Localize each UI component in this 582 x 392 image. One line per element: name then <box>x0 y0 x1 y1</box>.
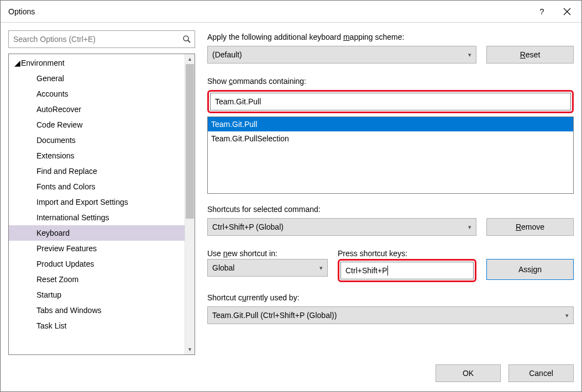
scroll-up-icon[interactable]: ▲ <box>185 54 195 64</box>
shortcuts-label: Shortcuts for selected command: <box>207 205 574 214</box>
input-value: Ctrl+Shift+P <box>345 266 387 275</box>
press-shortcut-input[interactable]: Ctrl+Shift+P <box>340 262 474 279</box>
tree-item-label: Product Updates <box>36 259 94 268</box>
currently-used-by-label: Shortcut currently used by: <box>207 293 574 302</box>
left-pane: ◢ Environment General Accounts AutoRecov… <box>8 30 195 355</box>
dropdown-value: Global <box>212 263 234 272</box>
close-button[interactable] <box>554 2 579 22</box>
titlebar-buttons: ? <box>529 2 579 22</box>
tree-item-previewfeatures[interactable]: Preview Features <box>9 241 185 256</box>
tree-item-importexport[interactable]: Import and Export Settings <box>9 194 185 210</box>
tree-item-label: Code Review <box>36 120 82 129</box>
tree-item-label: Documents <box>36 136 76 145</box>
tree-item-extensions[interactable]: Extensions <box>9 148 185 163</box>
tree-item-label: Environment <box>21 59 65 67</box>
use-new-shortcut-dropdown[interactable]: Global ▾ <box>207 259 328 277</box>
dropdown-value: Team.Git.Pull (Ctrl+Shift+P (Global)) <box>212 311 337 320</box>
ok-button[interactable]: OK <box>436 364 501 382</box>
tree-item-label: Keyboard <box>36 229 70 237</box>
search-options-box[interactable] <box>8 30 195 48</box>
tree-item-label: Find and Replace <box>36 167 97 176</box>
tree-item-label: Reset Zoom <box>36 275 78 284</box>
help-button[interactable]: ? <box>529 2 554 22</box>
search-icon <box>182 35 191 44</box>
tree-item-startup[interactable]: Startup <box>9 287 185 303</box>
chevron-down-icon: ▾ <box>468 51 471 59</box>
use-new-shortcut-label: Use new shortcut in: <box>207 249 328 258</box>
close-icon <box>563 8 571 15</box>
tree-item-label: Tabs and Windows <box>36 306 102 315</box>
currently-used-by-dropdown[interactable]: Team.Git.Pull (Ctrl+Shift+P (Global)) ▾ <box>207 306 574 324</box>
tree-item-tasklist[interactable]: Task List <box>9 318 185 333</box>
shortcuts-dropdown[interactable]: Ctrl+Shift+P (Global) ▾ <box>207 218 476 236</box>
svg-line-3 <box>188 40 190 43</box>
reset-button[interactable]: Reset <box>486 46 574 63</box>
show-commands-input[interactable]: Team.Git.Pull <box>210 93 571 110</box>
show-commands-highlight: Team.Git.Pull <box>207 90 574 113</box>
dropdown-value: Ctrl+Shift+P (Global) <box>212 223 284 231</box>
tree-item-keyboard[interactable]: Keyboard <box>9 225 185 241</box>
chevron-down-icon: ▾ <box>565 312 569 319</box>
mapping-scheme-label: Apply the following additional keyboard … <box>207 33 574 41</box>
search-input[interactable] <box>12 34 182 44</box>
tree-item-label: Extensions <box>36 151 74 160</box>
titlebar: Options ? <box>1 1 581 23</box>
tree-scrollbar[interactable]: ▲ ▼ <box>185 54 195 354</box>
tree-item-codereview[interactable]: Code Review <box>9 117 185 133</box>
chevron-down-icon: ▾ <box>468 224 471 231</box>
list-item[interactable]: Team.Git.Pull <box>208 117 573 131</box>
tree-item-autorecover[interactable]: AutoRecover <box>9 102 185 117</box>
dropdown-value: (Default) <box>212 50 242 59</box>
tree-item-tabswindows[interactable]: Tabs and Windows <box>9 303 185 318</box>
window-title: Options <box>8 7 35 16</box>
tree-item-productupdates[interactable]: Product Updates <box>9 256 185 272</box>
collapse-icon: ◢ <box>13 59 21 67</box>
text-cursor <box>387 266 388 276</box>
tree-item-findreplace[interactable]: Find and Replace <box>9 163 185 179</box>
list-item-label: Team.Git.Pull <box>211 120 257 129</box>
list-item[interactable]: Team.Git.PullSelection <box>208 131 573 146</box>
tree-item-label: AutoRecover <box>36 105 81 114</box>
dialog-footer: OK Cancel <box>1 355 581 391</box>
tree-item-general[interactable]: General <box>9 71 185 86</box>
assign-button[interactable]: Assign <box>486 259 574 280</box>
right-pane: Apply the following additional keyboard … <box>207 30 574 355</box>
tree-item-label: Startup <box>36 290 61 299</box>
tree-item-resetzoom[interactable]: Reset Zoom <box>9 272 185 287</box>
tree-item-label: Accounts <box>36 89 69 98</box>
tree-item-environment[interactable]: ◢ Environment <box>9 55 185 71</box>
tree-item-label: General <box>36 74 64 83</box>
scroll-thumb[interactable] <box>186 64 194 219</box>
tree-item-documents[interactable]: Documents <box>9 133 185 148</box>
tree-list[interactable]: ◢ Environment General Accounts AutoRecov… <box>9 54 185 354</box>
cancel-button[interactable]: Cancel <box>508 364 574 382</box>
content-area: ◢ Environment General Accounts AutoRecov… <box>1 23 581 355</box>
press-shortcut-label: Press shortcut keys: <box>338 249 476 258</box>
show-commands-label: Show commands containing: <box>207 77 574 86</box>
commands-listbox[interactable]: Team.Git.Pull Team.Git.PullSelection <box>207 116 574 194</box>
svg-point-2 <box>183 36 188 41</box>
options-dialog: Options ? ◢ Environment General A <box>0 0 582 392</box>
tree-item-accounts[interactable]: Accounts <box>9 86 185 102</box>
tree-item-label: Preview Features <box>36 244 97 253</box>
tree-item-label: International Settings <box>36 213 109 222</box>
tree-item-label: Task List <box>36 321 66 330</box>
tree-item-label: Fonts and Colors <box>36 182 96 191</box>
tree-item-label: Import and Export Settings <box>36 198 128 206</box>
press-shortcut-highlight: Ctrl+Shift+P <box>338 259 476 282</box>
list-item-label: Team.Git.PullSelection <box>211 134 289 143</box>
scroll-down-icon[interactable]: ▼ <box>185 345 195 354</box>
input-value: Team.Git.Pull <box>215 97 261 106</box>
remove-button[interactable]: Remove <box>486 218 574 236</box>
category-tree: ◢ Environment General Accounts AutoRecov… <box>8 54 195 355</box>
mapping-scheme-dropdown[interactable]: (Default) ▾ <box>207 46 476 63</box>
tree-item-international[interactable]: International Settings <box>9 210 185 225</box>
tree-item-fontscolors[interactable]: Fonts and Colors <box>9 179 185 194</box>
chevron-down-icon: ▾ <box>319 264 323 272</box>
